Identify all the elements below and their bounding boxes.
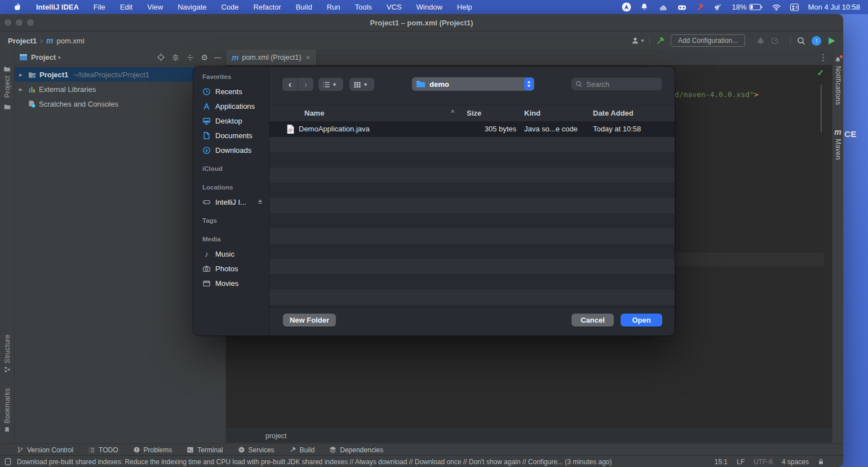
- shared-index-icon[interactable]: [4, 457, 12, 466]
- expand-collapse-icon[interactable]: [186, 54, 194, 61]
- list-view-button[interactable]: ▾: [318, 78, 343, 91]
- cancel-button[interactable]: Cancel: [572, 314, 614, 327]
- column-name[interactable]: Name: [304, 109, 324, 117]
- lock-icon[interactable]: [818, 458, 824, 465]
- tool-tab-project[interactable]: Project: [0, 65, 14, 98]
- toolwindow-build[interactable]: Build: [289, 446, 315, 454]
- editor-scrollbar[interactable]: [821, 85, 822, 133]
- sidebar-item-desktop[interactable]: Desktop: [202, 113, 269, 128]
- hide-panel-icon[interactable]: —: [214, 54, 221, 61]
- caret-position[interactable]: 15:1: [715, 458, 728, 466]
- build-hammer-icon[interactable]: [656, 36, 665, 46]
- file-list[interactable]: DemoApplication.java 305 bytes Java so..…: [269, 122, 675, 307]
- menu-help[interactable]: Help: [450, 0, 480, 14]
- sidebar-item-downloads[interactable]: Downloads: [202, 143, 269, 157]
- toolwindow-terminal[interactable]: Terminal: [187, 446, 223, 454]
- menu-clock[interactable]: Mon 4 Jul 10:58: [808, 3, 860, 11]
- menu-build[interactable]: Build: [289, 0, 320, 14]
- sidebar-item-applications[interactable]: Applications: [202, 99, 269, 113]
- menu-edit[interactable]: Edit: [113, 0, 140, 14]
- toolwindow-todo[interactable]: TODO: [88, 446, 118, 454]
- learn-ide-icon[interactable]: [827, 36, 836, 46]
- wrench-icon[interactable]: [696, 3, 704, 11]
- tool-tab-maven[interactable]: m Maven: [832, 127, 843, 160]
- apple-menu[interactable]: [6, 2, 29, 12]
- locate-icon[interactable]: [157, 53, 165, 61]
- menu-navigate[interactable]: Navigate: [170, 0, 214, 14]
- menu-run[interactable]: Run: [320, 0, 348, 14]
- fast-user-switching-icon[interactable]: [790, 3, 799, 12]
- folder-popup-button[interactable]: demo: [412, 77, 534, 91]
- sidebar-item-intellij-disk[interactable]: IntelliJ I...: [202, 195, 269, 209]
- status-message[interactable]: Download pre-built shared indexes: Reduc…: [17, 458, 612, 466]
- tab-pom-xml[interactable]: m pom.xml (Project1) ×: [226, 50, 317, 65]
- toolwindow-label: Problems: [144, 446, 172, 454]
- menu-view[interactable]: View: [140, 0, 170, 14]
- sidebar-item-documents[interactable]: Documents: [202, 128, 269, 143]
- inspection-ok-icon[interactable]: ✓: [817, 68, 824, 78]
- menu-vcs[interactable]: VCS: [379, 0, 409, 14]
- dialog-sidebar: Favorites Recents Applications Desktop D…: [193, 67, 269, 336]
- add-configuration-button[interactable]: Add Configuration...: [671, 34, 745, 47]
- toolwindow-services[interactable]: Services: [238, 446, 274, 454]
- open-file-dialog: Favorites Recents Applications Desktop D…: [193, 67, 675, 336]
- location-icon[interactable]: [622, 2, 631, 12]
- cloud-icon[interactable]: [657, 3, 668, 11]
- more-options-icon[interactable]: ⋮: [819, 52, 827, 63]
- wifi-icon[interactable]: [772, 3, 781, 11]
- project-panel-title[interactable]: Project: [31, 53, 56, 61]
- gear-icon[interactable]: ⚙: [201, 54, 208, 61]
- project-widget-button[interactable]: ▾: [631, 36, 644, 45]
- update-icon[interactable]: ↑: [812, 36, 821, 46]
- sidebar-item-recents[interactable]: Recents: [202, 84, 269, 99]
- menu-window[interactable]: Window: [409, 0, 450, 14]
- forward-button[interactable]: ›: [298, 78, 313, 91]
- menu-file[interactable]: File: [86, 0, 113, 14]
- tree-expand-icon[interactable]: ▸: [19, 71, 25, 78]
- search-input[interactable]: [571, 77, 662, 91]
- breadcrumb-project[interactable]: Project1: [8, 37, 37, 45]
- mute-icon[interactable]: [712, 3, 723, 12]
- layers-icon: [329, 446, 336, 453]
- sidebar-item-photos[interactable]: Photos: [202, 261, 269, 276]
- up-arrow-glyph: ↑: [815, 37, 818, 44]
- column-size[interactable]: Size: [467, 109, 481, 117]
- notification-dot: [840, 55, 843, 58]
- group-view-button[interactable]: ▾: [349, 78, 374, 91]
- debug-icon: [756, 37, 765, 45]
- toolwindow-dependencies[interactable]: Dependencies: [329, 446, 383, 454]
- xml-breadcrumb-project[interactable]: project: [265, 432, 287, 440]
- xml-attribute-value: sd/maven-4.0.0.xsd": [670, 90, 754, 99]
- indent-setting[interactable]: 4 spaces: [782, 458, 809, 466]
- tool-tab-bookmarks[interactable]: Bookmarks: [0, 388, 14, 433]
- tool-tab-structure[interactable]: Structure: [0, 334, 14, 373]
- car-icon[interactable]: [677, 3, 687, 11]
- search-everywhere-icon[interactable]: [796, 36, 806, 46]
- line-ending[interactable]: LF: [737, 458, 745, 466]
- breadcrumb-file[interactable]: pom.xml: [56, 37, 84, 45]
- toolwindow-problems[interactable]: Problems: [133, 446, 172, 454]
- maven-icon: m: [232, 53, 238, 62]
- notification-bell-icon[interactable]: [640, 3, 649, 11]
- open-button[interactable]: Open: [621, 314, 662, 327]
- file-row-demoapplication[interactable]: DemoApplication.java 305 bytes Java so..…: [269, 122, 675, 137]
- tool-tab-notifications[interactable]: Notifications: [832, 56, 843, 105]
- menu-code[interactable]: Code: [214, 0, 246, 14]
- eject-icon[interactable]: [256, 199, 264, 205]
- toolwindow-version-control[interactable]: Version Control: [17, 446, 73, 454]
- sidebar-item-music[interactable]: ♪ Music: [202, 246, 269, 261]
- file-encoding[interactable]: UTF-8: [754, 458, 773, 466]
- tree-expand-icon[interactable]: ▸: [19, 86, 25, 93]
- column-kind[interactable]: Kind: [524, 109, 541, 117]
- collapse-all-icon[interactable]: [171, 54, 180, 61]
- sidebar-item-movies[interactable]: Movies: [202, 276, 269, 290]
- column-date-added[interactable]: Date Added: [593, 109, 634, 117]
- back-button[interactable]: ‹: [282, 78, 298, 91]
- new-folder-button[interactable]: New Folder: [283, 314, 336, 327]
- menu-tools[interactable]: Tools: [347, 0, 379, 14]
- menu-intellij-idea[interactable]: IntelliJ IDEA: [29, 0, 86, 14]
- close-tab-icon[interactable]: ×: [305, 53, 310, 62]
- battery-indicator[interactable]: 18%: [732, 3, 763, 11]
- menu-refactor[interactable]: Refactor: [246, 0, 289, 14]
- sort-ascending-icon[interactable]: ^: [451, 109, 454, 116]
